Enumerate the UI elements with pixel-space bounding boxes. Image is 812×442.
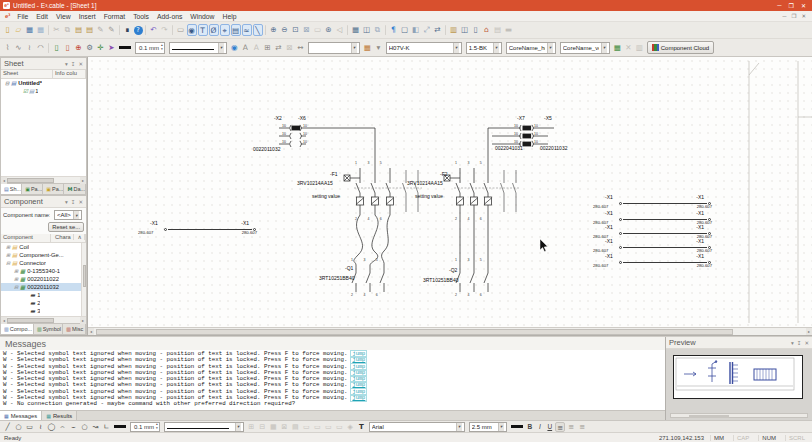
text-color-swatch[interactable]: [511, 425, 523, 428]
jump-link[interactable]: jump: [350, 394, 367, 402]
toolbar-icon[interactable]: ◯: [47, 422, 57, 432]
toolbar-icon[interactable]: ∟: [102, 422, 112, 432]
terminal-row[interactable]: -X1 280-607 -X1 280-607: [138, 221, 263, 237]
menu-item[interactable]: File: [13, 13, 32, 20]
toolbar-icon[interactable]: ▦: [362, 42, 372, 54]
toolbar-icon[interactable]: ∎: [123, 24, 133, 36]
device-note[interactable]: setting value: [312, 194, 340, 199]
toolbar-icon[interactable]: ↶: [149, 24, 159, 36]
mdi-app-icon[interactable]: e³: [2, 13, 13, 19]
toolbar-icon[interactable]: ✛: [96, 42, 106, 54]
core-name-vert-combo[interactable]: CoreName_vert ▾: [560, 42, 610, 54]
toolbar-icon[interactable]: Ø: [209, 24, 219, 36]
toolbar-icon[interactable]: ✕: [623, 42, 633, 54]
panel-dropdown-icon[interactable]: ▾: [791, 340, 794, 346]
panel-tab[interactable]: ▥ Compo...: [1, 324, 34, 334]
panel-pin-icon[interactable]: ↧: [797, 340, 802, 346]
toolbar-icon[interactable]: ⊟: [257, 422, 267, 432]
scrollbar-thumb[interactable]: [7, 318, 54, 323]
toolbar-icon[interactable]: ↷: [160, 24, 170, 36]
toolbar-icon[interactable]: A: [240, 42, 250, 54]
toolbar-icon[interactable]: ╱: [3, 422, 13, 432]
menu-item[interactable]: Tools: [129, 13, 153, 20]
toolbar-icon[interactable]: ○: [14, 422, 24, 432]
toolbar-icon[interactable]: ⊖: [280, 24, 290, 36]
tree-item[interactable]: ⊟ ▦ 0022011032: [1, 283, 86, 291]
panel-tab[interactable]: M Da...: [64, 184, 86, 194]
toolbar-icon[interactable]: ⊕: [269, 24, 279, 36]
menu-item[interactable]: Add-ons: [153, 13, 186, 20]
scroll-right-icon[interactable]: ▸: [806, 328, 812, 335]
toolbar-icon[interactable]: ▭: [323, 422, 333, 432]
toolbar-icon[interactable]: ▯: [3, 24, 13, 36]
combo-arrow-icon[interactable]: ▾: [73, 211, 79, 219]
toolbar-icon[interactable]: ◫: [460, 24, 470, 36]
part-number[interactable]: 0022011032: [540, 146, 567, 151]
toolbar-icon[interactable]: ⇄: [433, 24, 443, 36]
sheet-hscrollbar[interactable]: ◂ ▸: [1, 176, 86, 183]
device-note[interactable]: setting value: [415, 194, 443, 199]
toolbar-icon[interactable]: ¶: [389, 24, 399, 36]
tree-item[interactable]: ⊞ ▤ Coil: [1, 243, 86, 251]
toolbar-icon[interactable]: ◉: [187, 24, 197, 36]
reset-search-button[interactable]: Reset se...: [48, 222, 84, 232]
toolbar-icon[interactable]: ▢: [400, 24, 410, 36]
toolbar-icon[interactable]: ▬: [504, 24, 514, 36]
toolbar-icon[interactable]: ▱: [14, 24, 24, 36]
part-number[interactable]: 0022011032: [253, 147, 280, 152]
toolbar-icon[interactable]: ⊡: [291, 24, 301, 36]
toolbar-icon[interactable]: ▤: [493, 24, 503, 36]
toolbar-icon[interactable]: ▭: [312, 422, 322, 432]
toolbar-icon[interactable]: [445, 25, 446, 35]
tree-item[interactable]: ⊞ ▦ 0-1355340-1: [1, 267, 86, 275]
column-header[interactable]: Chara ∧: [51, 234, 86, 242]
tree-item[interactable]: ⊟ ▤ Untitled*: [1, 79, 86, 87]
font-combo[interactable]: Arial ▾: [369, 422, 465, 432]
preview-hscrollbar[interactable]: [670, 413, 808, 418]
toolbar-icon[interactable]: ⧉: [373, 24, 383, 36]
toolbar-icon[interactable]: ⊛: [324, 24, 334, 36]
column-header[interactable]: Info colu: [53, 70, 86, 78]
combo-arrow-icon[interactable]: ▾: [351, 43, 357, 53]
toolbar-icon[interactable]: ✎: [107, 24, 117, 36]
text-tool-icon[interactable]: T: [356, 422, 366, 432]
terminal-row[interactable]: -X1 280-607 -X1 280-607: [593, 254, 718, 270]
toolbar-icon[interactable]: ▾: [373, 42, 383, 54]
toolbar-icon[interactable]: ⊕: [74, 42, 84, 54]
align-icon[interactable]: ≡: [566, 422, 576, 432]
schematic-canvas[interactable]: -X2 -X6 10 10 10 10 10 10 0022011032 -X7…: [88, 57, 812, 335]
toolbar-icon[interactable]: ◁: [335, 24, 345, 36]
toolbar-icon[interactable]: ?: [134, 26, 143, 35]
line-style-combo[interactable]: ▾: [169, 42, 227, 54]
wire-type-combo[interactable]: H07V-K ▾: [386, 42, 462, 54]
panel-close-icon[interactable]: ✕: [78, 61, 83, 67]
toolbar-icon[interactable]: ▤: [85, 24, 95, 36]
toolbar-icon[interactable]: ≀: [36, 422, 46, 432]
toolbar-icon[interactable]: ⌢: [58, 422, 68, 432]
panel-dropdown-icon[interactable]: ▾: [65, 61, 68, 67]
canvas-hscrollbar[interactable]: ◂ ▸: [88, 327, 812, 335]
combo-arrow-icon[interactable]: ▾: [601, 43, 607, 53]
scroll-left-icon[interactable]: ◂: [88, 328, 94, 335]
panel-pin-icon[interactable]: ↧: [71, 61, 76, 67]
line-weight-spinner[interactable]: 0.1 mm ▴▾: [130, 422, 160, 432]
toolbar-icon[interactable]: ○: [80, 422, 90, 432]
component-vscrollbar[interactable]: [81, 243, 86, 316]
tree-item[interactable]: ▬ 2: [1, 299, 86, 307]
tree-item[interactable]: ☑ ▤ 1: [1, 87, 86, 95]
panel-pin-icon[interactable]: ↧: [71, 199, 76, 205]
toolbar-icon[interactable]: ↔: [295, 42, 305, 54]
panel-close-icon[interactable]: ✕: [804, 340, 809, 346]
toolbar-icon[interactable]: ▯: [63, 42, 73, 54]
toolbar-icon[interactable]: ⊠: [284, 42, 294, 54]
menu-item[interactable]: View: [52, 13, 75, 20]
toolbar-icon[interactable]: ▤: [290, 422, 300, 432]
toolbar-icon[interactable]: ▦: [268, 422, 278, 432]
toolbar-icon[interactable]: [145, 25, 146, 35]
device-tag[interactable]: -Q2: [449, 268, 457, 273]
column-header[interactable]: Component: [1, 234, 51, 242]
panel-tab[interactable]: ▤ Sh...: [1, 184, 22, 194]
toolbar-icon[interactable]: ✎: [96, 24, 106, 36]
line-weight-swatch[interactable]: [119, 46, 131, 49]
toolbar-icon[interactable]: [385, 25, 386, 35]
